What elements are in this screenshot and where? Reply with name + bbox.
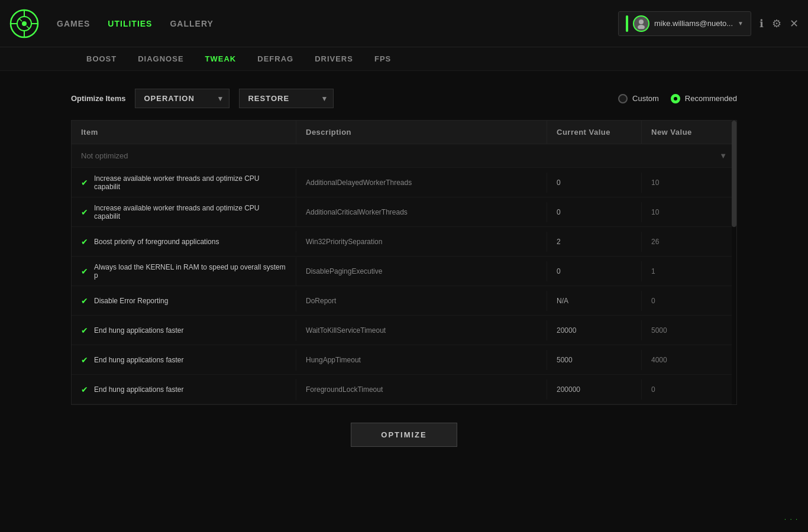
table-row[interactable]: ✔ Increase available worker threads and … (72, 168, 736, 197)
check-icon: ✔ (81, 355, 88, 365)
row-item-text: Disable Error Reporting (94, 297, 168, 305)
info-icon[interactable]: ℹ (759, 17, 764, 30)
cell-item: ✔ Increase available worker threads and … (72, 198, 296, 226)
col-new: New Value (642, 121, 736, 144)
app-logo (9, 9, 39, 38)
col-item: Item (72, 121, 296, 144)
user-name: mike.williams@nueto... (654, 19, 733, 28)
nav-utilities[interactable]: UTILITIES (108, 19, 152, 28)
table-row[interactable]: ✔ End hung applications faster WaitToKil… (72, 316, 736, 345)
cell-item: ✔ End hung applications faster (72, 320, 296, 341)
cell-current: 0 (547, 173, 642, 193)
table-header: Item Description Current Value New Value (72, 121, 736, 144)
sub-nav: BOOST DIAGNOSE TWEAK DEFRAG DRIVERS FPS (0, 47, 808, 71)
cell-item: ✔ End hung applications faster (72, 349, 296, 371)
not-optimized-label: Not optimized (81, 151, 128, 160)
cell-new: 5000 (642, 320, 736, 340)
restore-select[interactable]: RESTORE (239, 89, 334, 108)
tweak-table: Item Description Current Value New Value… (71, 120, 737, 405)
custom-radio-label: Custom (632, 94, 659, 103)
cell-new: 1 (642, 261, 736, 281)
cell-new: 10 (642, 202, 736, 222)
cell-new: 4000 (642, 350, 736, 370)
svg-point-9 (639, 20, 644, 24)
cell-desc: Win32PrioritySeparation (296, 232, 547, 252)
user-badge[interactable]: mike.williams@nueto... ▼ (618, 11, 751, 36)
cell-desc: DoReport (296, 291, 547, 311)
cell-desc: HungAppTimeout (296, 350, 547, 370)
svg-point-10 (638, 25, 645, 29)
row-item-text: End hung applications faster (94, 385, 183, 394)
custom-radio-circle (618, 94, 628, 103)
check-icon: ✔ (81, 296, 88, 306)
cell-new: 10 (642, 173, 736, 193)
cell-desc: WaitToKillServiceTimeout (296, 320, 547, 340)
user-dropdown-arrow: ▼ (738, 20, 744, 27)
controls-row: Optimize Items OPERATION ▼ RESTORE ▼ Cus… (71, 89, 737, 108)
table-row[interactable]: ✔ Boost priority of foreground applicati… (72, 227, 736, 257)
recommended-radio-circle (671, 94, 680, 103)
recommended-radio[interactable]: Recommended (671, 94, 737, 103)
subnav-tweak[interactable]: TWEAK (196, 47, 246, 71)
operation-select[interactable]: OPERATION (135, 89, 230, 108)
svg-line-8 (27, 26, 29, 28)
subnav-fps[interactable]: FPS (365, 47, 400, 71)
cell-new: 0 (642, 291, 736, 311)
nav-games[interactable]: GAMES (57, 19, 90, 28)
cell-item: ✔ Disable Error Reporting (72, 290, 296, 312)
radio-group: Custom Recommended (618, 94, 737, 103)
recommended-radio-label: Recommended (685, 94, 737, 103)
scrollbar-track[interactable] (732, 121, 736, 404)
settings-icon[interactable]: ⚙ (772, 17, 781, 30)
main-nav: GAMES UTILITIES GALLERY (57, 19, 214, 28)
cell-desc: AdditionalCriticalWorkerThreads (296, 202, 547, 222)
operation-select-wrapper: OPERATION ▼ (135, 89, 230, 108)
optimize-btn-row: OPTIMIZE (71, 423, 737, 447)
custom-radio[interactable]: Custom (618, 94, 659, 103)
subnav-boost[interactable]: BOOST (77, 47, 126, 71)
titlebar-left: GAMES UTILITIES GALLERY (9, 9, 214, 38)
col-description: Description (296, 121, 547, 144)
subnav-diagnose[interactable]: DIAGNOSE (128, 47, 193, 71)
cell-desc: DisablePagingExecutive (296, 261, 547, 281)
check-icon: ✔ (81, 178, 88, 187)
table-row[interactable]: ✔ Always load the KERNEL in RAM to speed… (72, 257, 736, 286)
cell-item: ✔ End hung applications faster (72, 379, 296, 400)
main-content: Optimize Items OPERATION ▼ RESTORE ▼ Cus… (0, 71, 808, 465)
nav-gallery[interactable]: GALLERY (170, 19, 213, 28)
row-item-text: Increase available worker threads and op… (94, 174, 286, 191)
subnav-defrag[interactable]: DEFRAG (248, 47, 303, 71)
check-icon: ✔ (81, 326, 88, 335)
cell-current: 0 (547, 261, 642, 281)
scrollbar-thumb[interactable] (732, 121, 736, 227)
cell-new: 26 (642, 232, 736, 252)
table-row[interactable]: ✔ End hung applications faster HungAppTi… (72, 345, 736, 375)
cell-desc: AdditionalDelayedWorkerThreads (296, 173, 547, 193)
cell-current: N/A (547, 291, 642, 311)
corner-decoration: · · · (784, 516, 799, 523)
not-optimized-row[interactable]: Not optimized ▼ (72, 144, 736, 168)
table-row[interactable]: ✔ End hung applications faster Foregroun… (72, 375, 736, 404)
row-item-text: Increase available worker threads and op… (94, 204, 286, 220)
close-icon[interactable]: ✕ (790, 17, 799, 30)
cell-desc: ForegroundLockTimeout (296, 379, 547, 400)
optimize-items-label: Optimize Items (71, 94, 125, 103)
cell-current: 200000 (547, 379, 642, 400)
row-item-text: Always load the KERNEL in RAM to speed u… (94, 263, 286, 280)
optimize-button[interactable]: OPTIMIZE (351, 423, 457, 447)
cell-current: 0 (547, 202, 642, 222)
row-item-text: End hung applications faster (94, 356, 183, 364)
check-icon: ✔ (81, 207, 88, 217)
check-icon: ✔ (81, 237, 88, 246)
table-row[interactable]: ✔ Increase available worker threads and … (72, 197, 736, 227)
table-row[interactable]: ✔ Disable Error Reporting DoReport N/A 0 (72, 286, 736, 316)
restore-select-wrapper: RESTORE ▼ (239, 89, 334, 108)
cell-current: 2 (547, 232, 642, 252)
cell-item: ✔ Always load the KERNEL in RAM to speed… (72, 257, 296, 286)
cell-current: 5000 (547, 350, 642, 370)
subnav-drivers[interactable]: DRIVERS (305, 47, 363, 71)
check-icon: ✔ (81, 267, 88, 276)
cell-item: ✔ Increase available worker threads and … (72, 168, 296, 197)
not-optimized-arrow: ▼ (719, 151, 727, 160)
svg-line-7 (20, 19, 22, 21)
